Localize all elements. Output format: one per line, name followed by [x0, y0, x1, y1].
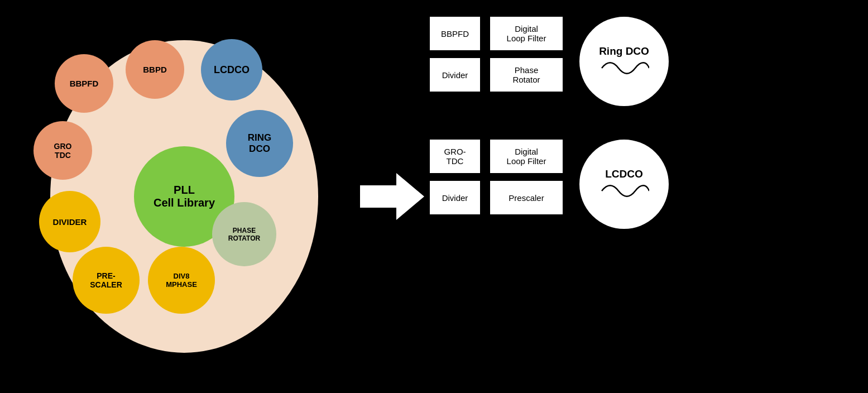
bbpfd-box-label: BBPFD: [441, 29, 469, 39]
pll-container: PLLCell Library BBPFD BBPD LCDCO RINGDCO…: [28, 23, 341, 370]
sat-phaserotator: PHASEROTATOR: [212, 202, 276, 266]
bbpfd-box: BBPFD: [430, 17, 480, 50]
arrow-body: [360, 185, 396, 208]
sat-lcdco: LCDCO: [201, 39, 262, 100]
sat-prescaler-label: PRE-SCALER: [90, 271, 122, 289]
pll-diagram: PLLCell Library BBPFD BBPD LCDCO RINGDCO…: [0, 0, 368, 393]
right-section: BBPFD DigitalLoop Filter Divider PhaseRo…: [430, 17, 860, 229]
ring-dco-sine-wave: [599, 58, 649, 78]
ring-dco-circle: Ring DCO: [579, 17, 669, 106]
sat-bbpfd: BBPFD: [55, 54, 113, 113]
lcdco-blocks-left: GRO-TDC DigitalLoop Filter Divider Presc…: [430, 140, 563, 214]
group-spacer: [430, 123, 860, 140]
sat-div8mphase: DIV8MPHASE: [148, 247, 215, 314]
sat-grotdc-label: GROTDC: [54, 142, 72, 160]
ring-dco-row2: Divider PhaseRotator: [430, 58, 563, 92]
arrow-right: [360, 173, 424, 220]
grotdc-box: GRO-TDC: [430, 140, 480, 173]
sat-phaserotator-label: PHASEROTATOR: [228, 227, 260, 242]
sat-bbpd: BBPD: [126, 40, 184, 99]
dlf2-box: DigitalLoop Filter: [490, 140, 563, 173]
prescaler2-box: Prescaler: [490, 181, 563, 214]
dlf1-box: DigitalLoop Filter: [490, 17, 563, 50]
grotdc-box-label: GRO-TDC: [444, 147, 466, 166]
phaserot-box-label: PhaseRotator: [512, 65, 540, 84]
divider2-box-label: Divider: [442, 193, 468, 203]
lcdco-group: GRO-TDC DigitalLoop Filter Divider Presc…: [430, 140, 860, 229]
lcdco-sine-wave: [599, 181, 649, 200]
lcdco-row2: Divider Prescaler: [430, 181, 563, 214]
ring-dco-blocks-left: BBPFD DigitalLoop Filter Divider PhaseRo…: [430, 17, 563, 92]
lcdco-circle: LCDCO: [579, 140, 669, 229]
sat-div8-label: DIV8MPHASE: [166, 272, 197, 289]
sat-ringdco: RINGDCO: [226, 110, 293, 177]
sat-divider: DIVIDER: [39, 191, 100, 252]
sat-bbpfd-label: BBPFD: [70, 79, 99, 88]
pll-center-label: PLLCell Library: [154, 184, 215, 209]
dlf2-box-label: DigitalLoop Filter: [507, 147, 546, 166]
ring-dco-row1: BBPFD DigitalLoop Filter: [430, 17, 563, 50]
sat-lcdco-label: LCDCO: [214, 64, 250, 76]
dlf1-box-label: DigitalLoop Filter: [507, 24, 546, 43]
sat-grotdc: GROTDC: [33, 121, 92, 180]
sat-divider-label: DIVIDER: [53, 217, 87, 227]
sat-bbpd-label: BBPD: [143, 65, 167, 74]
phaserot-box: PhaseRotator: [490, 58, 563, 92]
ring-dco-circle-label: Ring DCO: [599, 45, 649, 58]
arrow-head: [396, 173, 424, 220]
lcdco-row1: GRO-TDC DigitalLoop Filter: [430, 140, 563, 173]
ring-dco-group: BBPFD DigitalLoop Filter Divider PhaseRo…: [430, 17, 860, 106]
divider2-box: Divider: [430, 181, 480, 214]
divider1-box-label: Divider: [442, 70, 468, 80]
sat-prescaler: PRE-SCALER: [73, 247, 140, 314]
sat-ringdco-label: RINGDCO: [248, 132, 272, 155]
prescaler2-box-label: Prescaler: [509, 193, 544, 203]
divider1-box: Divider: [430, 58, 480, 92]
lcdco-circle-label: LCDCO: [605, 168, 643, 181]
